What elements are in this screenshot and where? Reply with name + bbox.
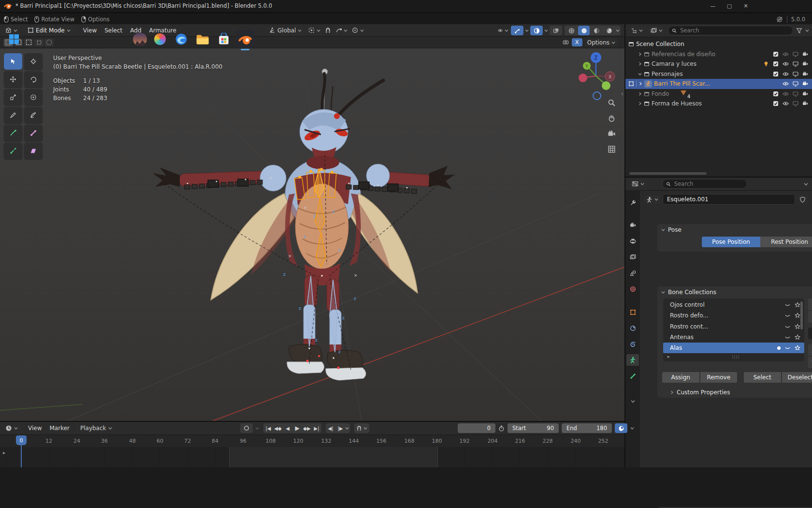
- tab-view-layer[interactable]: [626, 251, 639, 263]
- search-highlight-image[interactable]: [133, 33, 147, 45]
- tool-cursor[interactable]: [24, 53, 43, 70]
- timeline-editor-selector[interactable]: [3, 424, 20, 433]
- auto-keying-toggle[interactable]: [240, 423, 253, 433]
- outliner-search[interactable]: [668, 26, 793, 35]
- playhead-flag[interactable]: 0: [16, 435, 27, 445]
- viewport-canvas[interactable]: zzzz zzzz zz ××× Z X Y: [0, 48, 624, 421]
- bone-collections-header[interactable]: Bone Collections: [657, 286, 812, 298]
- select-mode-4-button[interactable]: [34, 39, 44, 46]
- solo-star-icon[interactable]: [795, 324, 800, 329]
- tool-draw-bone[interactable]: [4, 125, 22, 141]
- preview-range-stopwatch-icon[interactable]: [498, 425, 505, 432]
- tool-measure[interactable]: [24, 107, 43, 123]
- select-button[interactable]: Select: [744, 372, 781, 383]
- proportional-editing-icon[interactable]: [352, 27, 358, 33]
- chevron-down-icon[interactable]: [360, 29, 364, 32]
- blender-app-button[interactable]: [236, 30, 254, 48]
- outliner-row-barri-active[interactable]: Barri The Pill Scar...: [625, 79, 812, 89]
- list-scrollbar[interactable]: [800, 301, 803, 329]
- disable-render-icon[interactable]: [802, 51, 808, 57]
- checkbox-icon[interactable]: [773, 61, 779, 67]
- filter-funnel-icon[interactable]: [796, 28, 802, 34]
- disable-viewport-icon[interactable]: [793, 101, 798, 106]
- tab-tool[interactable]: [626, 197, 639, 209]
- chevron-down-icon[interactable]: [630, 426, 634, 430]
- disable-render-icon[interactable]: [802, 61, 808, 67]
- visibility-closed-icon[interactable]: [784, 345, 791, 350]
- channel-expand-arrow[interactable]: ▸: [3, 450, 5, 455]
- tool-transform[interactable]: [24, 89, 43, 105]
- disable-viewport-icon[interactable]: [793, 81, 798, 87]
- viewport-menu-view[interactable]: View: [79, 26, 101, 35]
- properties-search[interactable]: [662, 179, 747, 189]
- store-app-button[interactable]: [215, 30, 233, 48]
- timeline-menu-marker[interactable]: Marker: [45, 423, 73, 433]
- close-button[interactable]: ✕: [738, 0, 754, 12]
- disable-viewport-icon[interactable]: [793, 51, 798, 57]
- outliner-hscrollbar[interactable]: [629, 172, 707, 175]
- tab-object[interactable]: [626, 306, 639, 318]
- bone-collection-rostro-defo[interactable]: Rostro defo...: [663, 310, 804, 321]
- snap-target-selector[interactable]: [333, 26, 350, 35]
- chevron-down-icon[interactable]: [525, 29, 529, 32]
- disable-render-icon[interactable]: [802, 101, 808, 106]
- tab-world[interactable]: [626, 283, 639, 295]
- chevron-down-icon[interactable]: [805, 29, 809, 32]
- visibility-closed-icon[interactable]: [784, 335, 791, 340]
- select-mode-5-button[interactable]: [44, 39, 54, 46]
- assign-button[interactable]: Assign: [662, 372, 699, 383]
- timeline-menu-view[interactable]: View: [24, 423, 45, 433]
- armature-id-selector[interactable]: [644, 195, 661, 204]
- snap-magnet-icon[interactable]: [356, 425, 362, 431]
- tab-physics[interactable]: [626, 338, 639, 350]
- bone-collection-antenas[interactable]: Antenas: [663, 332, 804, 343]
- visibility-closed-icon[interactable]: [784, 302, 791, 307]
- solo-star-icon[interactable]: [795, 302, 800, 308]
- outliner-row-fondo[interactable]: Fondo 4: [625, 89, 812, 99]
- edge-app-button[interactable]: [172, 30, 190, 48]
- chevron-right-icon[interactable]: [638, 52, 642, 56]
- network-offline-icon[interactable]: [776, 16, 783, 23]
- next-frame-button[interactable]: |▶: [335, 423, 345, 433]
- chevron-down-icon[interactable]: [631, 399, 635, 403]
- pose-panel-header[interactable]: Pose: [657, 224, 812, 235]
- tab-object-data[interactable]: [626, 354, 639, 366]
- disable-render-icon[interactable]: [802, 71, 808, 77]
- chevron-right-icon[interactable]: [638, 92, 642, 96]
- frame-start-field[interactable]: Start 90: [508, 423, 559, 433]
- bone-collection-ojos[interactable]: Ojos control: [663, 299, 804, 310]
- bone-collection-alas-active[interactable]: Alas: [663, 343, 804, 353]
- move-collection-down-button[interactable]: ▼: [808, 357, 812, 368]
- chevron-down-icon[interactable]: [638, 72, 642, 76]
- expand-triangle-icon[interactable]: [667, 355, 670, 359]
- hide-eye-icon[interactable]: [783, 91, 789, 96]
- tool-options-dropdown[interactable]: Options: [585, 38, 618, 46]
- tool-extrude-bone[interactable]: [4, 143, 22, 159]
- disable-render-icon[interactable]: [802, 91, 808, 97]
- frame-end-field[interactable]: End 180: [562, 423, 612, 433]
- gizmos-toggle[interactable]: [511, 26, 523, 35]
- keying-set-button[interactable]: [615, 423, 627, 433]
- chevron-down-icon[interactable]: [616, 29, 620, 32]
- disable-viewport-icon[interactable]: [793, 61, 798, 67]
- playhead-line[interactable]: [21, 445, 22, 467]
- camera-view-icon[interactable]: [608, 130, 616, 138]
- mode-selector[interactable]: Edit Mode: [24, 26, 74, 35]
- move-collection-up-button[interactable]: ▲: [808, 344, 812, 356]
- outliner-row-referencias[interactable]: Referencias de diseño: [625, 49, 812, 60]
- play-button[interactable]: ▶: [292, 423, 302, 433]
- outliner-row-scene-collection[interactable]: Scene Collection: [625, 39, 812, 49]
- region-collapse-arrow[interactable]: ‹: [621, 90, 624, 97]
- pan-hand-icon[interactable]: [608, 114, 616, 122]
- remove-button[interactable]: Remove: [700, 372, 738, 383]
- shading-rendered-button[interactable]: [603, 26, 615, 35]
- checkbox-icon[interactable]: [773, 101, 779, 106]
- solo-star-icon[interactable]: [795, 334, 800, 340]
- prev-frame-button[interactable]: ◀|: [326, 423, 335, 433]
- chevron-right-icon[interactable]: [638, 82, 642, 86]
- tab-bone[interactable]: [626, 370, 639, 382]
- tool-shear[interactable]: [24, 143, 43, 159]
- tool-bone-envelope[interactable]: [24, 125, 43, 141]
- pose-position-button[interactable]: Pose Position: [702, 237, 760, 247]
- tab-output[interactable]: [626, 235, 639, 247]
